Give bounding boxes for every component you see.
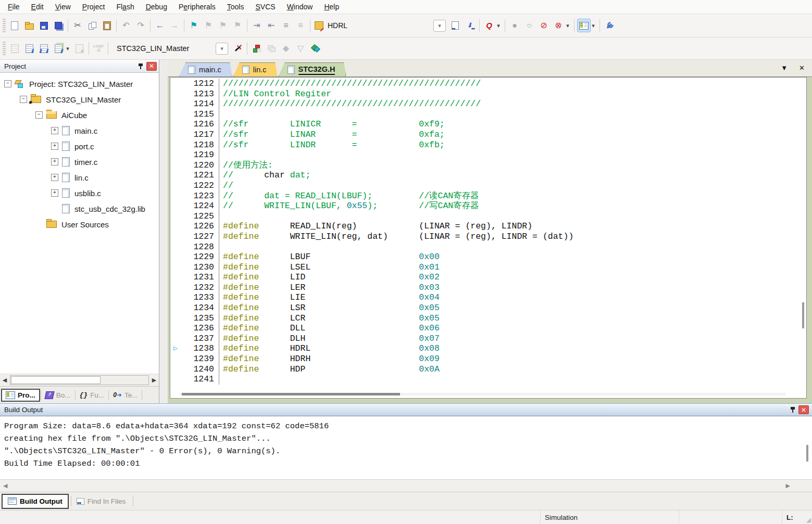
- save-button[interactable]: [37, 19, 51, 32]
- uncomment-button[interactable]: ≡: [294, 19, 307, 32]
- target-select-dropdown[interactable]: ▾: [216, 43, 228, 55]
- tree-item[interactable]: −Project: STC32G_LIN_Master: [0, 76, 159, 92]
- insert-bookmark-button[interactable]: ⚑: [187, 19, 201, 32]
- pack-installer-button[interactable]: [308, 42, 322, 55]
- editor-vscrollbar[interactable]: [801, 83, 804, 388]
- cut-button[interactable]: ✂: [71, 19, 84, 32]
- build-output-vscrollbar[interactable]: [806, 445, 808, 462]
- tree-expander-icon[interactable]: +: [51, 158, 58, 165]
- debug-dropdown-button[interactable]: ▾: [495, 19, 502, 32]
- save-all-button[interactable]: [52, 19, 65, 32]
- tree-expander-icon[interactable]: −: [35, 111, 43, 119]
- menu-debug[interactable]: Debug: [140, 0, 173, 14]
- close-icon[interactable]: ✕: [798, 405, 809, 414]
- close-icon[interactable]: ✕: [146, 62, 157, 71]
- comment-button[interactable]: ≡: [279, 19, 293, 32]
- copy-button[interactable]: [85, 19, 99, 32]
- target-select-value[interactable]: STC32G_LIN_Master: [113, 44, 193, 53]
- redo-button[interactable]: ↷: [134, 19, 147, 32]
- menu-view[interactable]: View: [49, 0, 77, 14]
- menu-flash[interactable]: Flash: [110, 0, 140, 14]
- indent-button[interactable]: ⇥: [250, 19, 264, 32]
- editor-hscrollbar[interactable]: [180, 393, 785, 395]
- configure-button[interactable]: [603, 19, 616, 32]
- panel-tab-pro[interactable]: Pro...: [1, 389, 40, 402]
- tree-item[interactable]: +lin.c: [0, 170, 159, 185]
- options-for-target-button[interactable]: [231, 42, 244, 55]
- navigate-forward-button[interactable]: →: [168, 19, 181, 32]
- tree-item[interactable]: +timer.c: [0, 154, 159, 170]
- manage-multi-project-button[interactable]: [265, 42, 278, 55]
- start-stop-debug-button[interactable]: [482, 19, 496, 32]
- insert-remove-breakpoint-button[interactable]: ●: [508, 19, 521, 32]
- breakpoints-dropdown-button[interactable]: ▾: [564, 19, 571, 32]
- project-windows-button[interactable]: [577, 19, 591, 32]
- menu-project[interactable]: Project: [77, 0, 111, 14]
- menu-edit[interactable]: Edit: [26, 0, 49, 14]
- scroll-left-icon[interactable]: ◀: [3, 482, 7, 489]
- paste-button[interactable]: [100, 19, 114, 32]
- navigate-back-button[interactable]: ←: [153, 19, 167, 32]
- code-editor[interactable]: 1212////////////////////////////////////…: [170, 77, 807, 399]
- scroll-thumb[interactable]: [11, 376, 101, 384]
- menu-help[interactable]: Help: [318, 0, 345, 14]
- editor-tab-stc32g.h[interactable]: STC32G.H: [279, 62, 346, 76]
- bottom-tab-find-in-files[interactable]: Find In Files: [71, 494, 131, 509]
- kill-all-breakpoints-button[interactable]: ⊗: [552, 19, 565, 32]
- menu-tools[interactable]: Tools: [221, 0, 250, 14]
- previous-bookmark-button[interactable]: ⚑: [202, 19, 215, 32]
- manage-project-items-button[interactable]: [250, 42, 264, 55]
- scroll-left-icon[interactable]: ◀: [0, 377, 9, 384]
- next-bookmark-button[interactable]: ⚑: [216, 19, 230, 32]
- tree-item[interactable]: +main.c: [0, 123, 159, 138]
- panel-splitter[interactable]: [159, 60, 168, 403]
- editor-tab-lin.c[interactable]: lin.c: [233, 62, 278, 76]
- panel-tab-fu[interactable]: {}Fu...: [76, 388, 108, 402]
- pin-icon[interactable]: [790, 406, 796, 413]
- enable-disable-breakpoint-button[interactable]: ○: [522, 19, 536, 32]
- stop-build-button[interactable]: [72, 42, 86, 55]
- tree-item[interactable]: User Sources: [0, 216, 159, 232]
- code-area[interactable]: 1212////////////////////////////////////…: [170, 79, 799, 387]
- build-output-hscrollbar[interactable]: ◀ ▶: [0, 480, 812, 492]
- translate-file-button[interactable]: [8, 42, 21, 55]
- project-hscrollbar[interactable]: ◀ ▶: [0, 374, 159, 386]
- menu-window[interactable]: Window: [281, 0, 319, 14]
- disable-all-breakpoints-button[interactable]: ⊘: [537, 19, 551, 32]
- build-output-log[interactable]: Program Size: data=8.6 edata+hdata=364 x…: [0, 416, 812, 480]
- find-in-files-button[interactable]: [448, 19, 462, 32]
- undo-button[interactable]: ↶: [119, 19, 133, 32]
- target-select[interactable]: STC32G_LIN_Master ▾: [113, 43, 228, 55]
- menu-file[interactable]: File: [2, 0, 26, 14]
- incremental-find-button[interactable]: [463, 19, 477, 32]
- tree-item[interactable]: +port.c: [0, 138, 159, 154]
- find-combo-dropdown[interactable]: ▾: [433, 20, 446, 32]
- manage-rte-button[interactable]: ◆: [279, 42, 293, 55]
- batch-build-dropdown-button[interactable]: ▾: [64, 42, 71, 55]
- tree-expander-icon[interactable]: +: [51, 174, 58, 181]
- tree-item[interactable]: −AiCube: [0, 107, 159, 123]
- scroll-right-icon[interactable]: ▶: [786, 482, 790, 489]
- panel-tab-bo[interactable]: Bo...: [42, 388, 74, 402]
- resize-grip[interactable]: ◢: [806, 516, 811, 523]
- toolbar-grip[interactable]: [3, 19, 6, 32]
- windows-dropdown-button[interactable]: ▾: [590, 19, 597, 32]
- pin-icon[interactable]: [138, 63, 144, 70]
- tree-expander-icon[interactable]: +: [51, 143, 58, 150]
- batch-build-button[interactable]: [52, 42, 65, 55]
- tree-expander-icon[interactable]: +: [51, 127, 58, 134]
- tree-expander-icon[interactable]: −: [20, 96, 27, 103]
- menu-svcs[interactable]: SVCS: [249, 0, 281, 14]
- tab-list-dropdown-icon[interactable]: ▼: [781, 64, 788, 72]
- rebuild-all-button[interactable]: [37, 42, 51, 55]
- download-button[interactable]: [92, 42, 105, 55]
- find-combo-value[interactable]: HDRL: [323, 21, 352, 30]
- clear-bookmarks-button[interactable]: ⚑: [231, 19, 244, 32]
- tab-close-icon[interactable]: ✕: [799, 64, 805, 72]
- build-button[interactable]: [22, 42, 36, 55]
- tree-item[interactable]: +usblib.c: [0, 185, 159, 201]
- scroll-right-icon[interactable]: ▶: [149, 377, 159, 384]
- new-file-button[interactable]: [8, 19, 21, 32]
- filter-diamond-button[interactable]: ▽: [294, 42, 307, 55]
- panel-tab-te[interactable]: 0➜Te...: [109, 388, 141, 402]
